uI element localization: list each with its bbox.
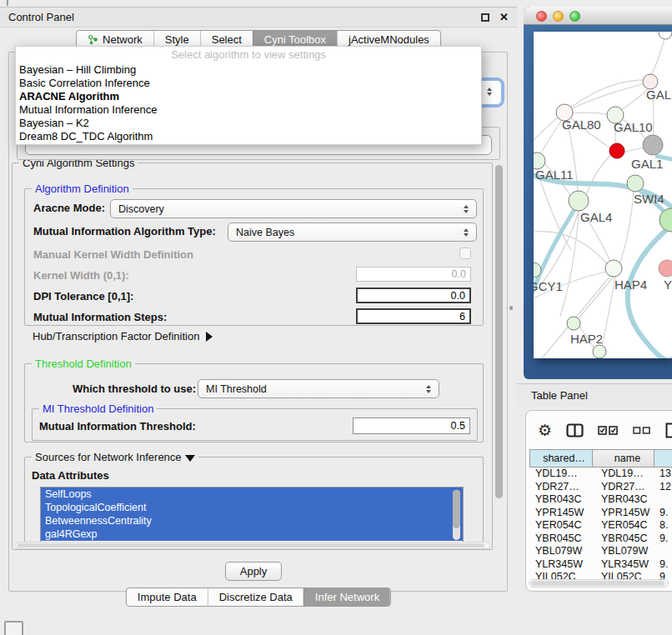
tab-infer-network[interactable]: Infer Network: [303, 588, 390, 606]
cyni-bottom-tab-bar: Impute Data Discretize Data Infer Networ…: [126, 588, 391, 607]
table-row[interactable]: YBL079WYBL079W: [529, 545, 672, 558]
mi-type-combobox[interactable]: Naive Bayes: [228, 222, 477, 242]
attribute-item-gal4rgexp[interactable]: gal4RGexp: [41, 528, 463, 541]
mi-steps-label: Mutual Information Steps:: [33, 311, 167, 323]
manual-kernel-checkbox[interactable]: [459, 248, 471, 259]
list-vertical-scrollbar[interactable]: [453, 490, 460, 540]
algorithm-option-dream8[interactable]: Dream8 DC_TDC Algorithm: [16, 130, 481, 143]
column-layout-icon[interactable]: [566, 423, 584, 438]
table-row[interactable]: YBR045CYBR045C9.: [529, 532, 672, 546]
table-row[interactable]: YLR345WYLR345W9.: [529, 558, 672, 572]
collapse-down-icon: [185, 455, 195, 462]
node-unlabeled-top[interactable]: [659, 32, 672, 39]
node-label-y: Y: [664, 278, 672, 292]
network-view-window: GAL GAL80 GAL10 GAL1 GAL11 SWI4 GAL4 GCY…: [524, 7, 672, 379]
mi-threshold-field[interactable]: [353, 418, 470, 434]
attribute-item-betweennesscentrality[interactable]: BetweennessCentrality: [41, 514, 463, 528]
data-attributes-list: SelfLoops TopologicalCoefficient Between…: [40, 487, 464, 542]
sources-group-title[interactable]: Sources for Network Inference: [32, 451, 198, 463]
algorithm-option-bayesian-k2[interactable]: Bayesian – K2: [16, 117, 481, 130]
combo-arrows-icon: [459, 228, 473, 237]
cyni-algorithm-settings-group: Cyni Algorithm Settings Algorithm Defini…: [12, 162, 493, 550]
algorithm-definition-group: Algorithm Definition Aracne Mode: Discov…: [24, 188, 484, 326]
node-gal11[interactable]: [534, 152, 545, 169]
minimized-panel-icon[interactable]: [4, 621, 23, 635]
threshold-definition-group: Threshold Definition Which threshold to …: [24, 363, 484, 442]
table-header-row: shared… name: [529, 449, 672, 468]
network-edges-thick: [534, 156, 672, 358]
tab-discretize-data[interactable]: Discretize Data: [208, 588, 303, 606]
dpi-tolerance-label: DPI Tolerance [0,1]:: [33, 290, 133, 302]
network-graph: GAL GAL80 GAL10 GAL1 GAL11 SWI4 GAL4 GCY…: [534, 32, 672, 358]
combo-arrows-icon: [422, 385, 435, 393]
node-label-gal80: GAL80: [562, 118, 601, 132]
mi-threshold-group: MI Threshold Definition Mutual Informati…: [32, 408, 478, 441]
node-label-gal11: GAL11: [535, 168, 574, 182]
algorithm-option-basic-correlation[interactable]: Basic Correlation Inference: [16, 77, 481, 90]
control-panel-titlebar: Control Panel ✕: [0, 7, 517, 28]
mi-type-label: Mutual Information Algorithm Type:: [33, 225, 216, 238]
settings-gear-icon[interactable]: ⚙: [538, 422, 552, 438]
table-row[interactable]: YDR27…YDR27…12: [529, 481, 672, 494]
network-icon: [88, 34, 98, 45]
attribute-item-selfloops[interactable]: SelfLoops: [41, 488, 463, 501]
minimize-traffic-light-icon[interactable]: [553, 11, 564, 22]
table-row[interactable]: YDL19…YDL19…13: [529, 468, 672, 481]
import-table-icon[interactable]: [665, 422, 672, 438]
node-label-swi4: SWI4: [634, 192, 664, 206]
network-canvas[interactable]: GAL GAL80 GAL10 GAL1 GAL11 SWI4 GAL4 GCY…: [534, 32, 672, 358]
mi-threshold-group-title: MI Threshold Definition: [39, 402, 157, 415]
hub-transcription-expander[interactable]: Hub/Transcription Factor Definition: [33, 330, 213, 342]
network-window-titlebar: [524, 7, 672, 25]
zoom-traffic-light-icon[interactable]: [569, 11, 580, 22]
node-pink-right[interactable]: [659, 260, 672, 277]
node-label-gal: GAL: [646, 88, 671, 102]
aracne-mode-combobox[interactable]: Discovery: [110, 199, 477, 218]
float-window-icon[interactable]: [481, 13, 489, 22]
column-header-clipped[interactable]: [654, 449, 672, 468]
table-rows: YDL19…YDL19…13 YDR27…YDR27…12 YBR043CYBR…: [529, 468, 672, 584]
table-panel-title: Table Panel: [531, 389, 588, 402]
column-header-name[interactable]: name: [593, 449, 654, 468]
panel-splitter-handle[interactable]: [509, 306, 513, 310]
close-icon[interactable]: ✕: [499, 13, 509, 22]
node-label-gal4: GAL4: [580, 210, 612, 224]
table-row[interactable]: YER054CYER054C8.: [529, 519, 672, 532]
dpi-tolerance-field[interactable]: [356, 288, 471, 303]
table-panel-titlebar: Table Panel: [517, 383, 672, 407]
node-gray[interactable]: [643, 135, 663, 155]
kernel-width-label: Kernel Width (0,1):: [33, 269, 129, 282]
node-hap2[interactable]: [567, 317, 580, 330]
which-threshold-combobox[interactable]: MI Threshold: [198, 379, 439, 398]
deselect-all-icon[interactable]: [633, 427, 651, 434]
attribute-item-topologicalcoefficient[interactable]: TopologicalCoefficient: [41, 501, 463, 514]
control-panel-window: Control Panel ✕ Network Style Select Cyn…: [0, 7, 517, 616]
table-horizontal-scrollbar[interactable]: [529, 579, 669, 588]
apply-button[interactable]: Apply: [225, 562, 282, 581]
algorithm-option-aracne[interactable]: ARACNE Algorithm: [16, 90, 481, 103]
algorithm-dropdown-popup: Select algorithm to view settings Bayesi…: [15, 46, 482, 145]
algorithm-option-mutual-information[interactable]: Mutual Information Inference: [16, 103, 481, 117]
algorithm-option-bayesian-hill-climbing[interactable]: Bayesian – Hill Climbing: [16, 63, 481, 77]
select-all-icon[interactable]: [598, 426, 619, 435]
mi-steps-field[interactable]: [356, 308, 471, 324]
node-gal4[interactable]: [569, 191, 589, 211]
kernel-width-field[interactable]: [356, 267, 471, 282]
mi-threshold-label: Mutual Information Threshold:: [39, 420, 196, 432]
node-red-selected[interactable]: [609, 143, 624, 158]
data-attributes-label: Data Attributes: [32, 469, 109, 482]
tab-edge-stub: [7, 0, 8, 6]
node-unlabeled-bottom[interactable]: [593, 345, 606, 358]
table-row[interactable]: YPR145WYPR145W9.: [529, 507, 672, 520]
tab-impute-data[interactable]: Impute Data: [127, 588, 208, 606]
node-swi4[interactable]: [627, 175, 644, 192]
close-traffic-light-icon[interactable]: [536, 11, 547, 22]
settings-horizontal-scrollbar[interactable]: [15, 542, 490, 549]
table-panel-body: ⚙ shared… name: [525, 410, 672, 592]
node-label-hap2: HAP2: [570, 332, 603, 346]
table-toolbar: ⚙: [538, 419, 672, 441]
column-header-shared-name[interactable]: shared…: [529, 449, 593, 468]
settings-vertical-scrollbar[interactable]: [494, 162, 504, 548]
node-hap4[interactable]: [605, 260, 622, 277]
table-row[interactable]: YBR043CYBR043C: [529, 493, 672, 507]
